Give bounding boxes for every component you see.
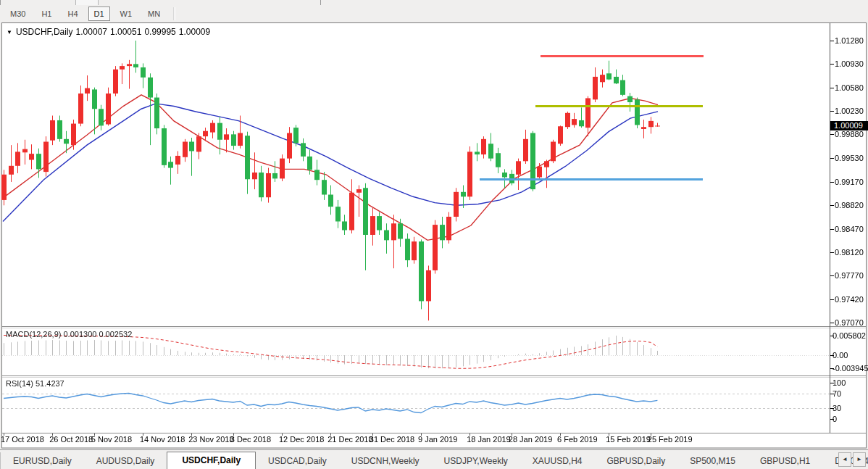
- date-axis-tick: 9 Jan 2019: [418, 435, 457, 444]
- chart-tab-gbpusd[interactable]: GBPUSD,H1: [748, 453, 822, 469]
- macd-axis-tick: 0.00: [832, 351, 848, 360]
- ohlc-open: 1.00007: [76, 27, 107, 37]
- toolbar-separator: [173, 7, 175, 20]
- timeframe-button-h1[interactable]: H1: [36, 7, 57, 21]
- macd-signal-value: 0.002532: [99, 330, 132, 339]
- chart-tab-gbpusd[interactable]: GBPUSD,Daily: [595, 453, 678, 469]
- price-axis-tick: 1.00580: [835, 83, 864, 92]
- price-axis-tick: 0.99880: [835, 130, 864, 138]
- rsi-indicator-label: RSI(14) 51.4237: [6, 379, 64, 388]
- chart-tab-eurusd[interactable]: EURUSD,Daily: [1, 453, 84, 469]
- chart-tab-usdcad[interactable]: USDCAD,Daily: [256, 453, 339, 469]
- rsi-axis-tick: 70: [832, 389, 841, 398]
- date-axis-tick: 6 Feb 2019: [557, 435, 598, 444]
- rsi-axis-tick: 30: [832, 404, 841, 412]
- date-axis-tick: 14 Nov 2018: [140, 435, 185, 444]
- chart-tab-usdcnh[interactable]: USDCNH,Weekly: [339, 453, 432, 469]
- timeframe-toolbar: M30H1H4D1W1MN: [0, 5, 868, 22]
- price-axis-tick: 1.00230: [835, 107, 864, 115]
- chart-tab-usdchf[interactable]: USDCHF,Daily: [167, 452, 256, 469]
- macd-axis-tick: -0.003945: [832, 364, 868, 373]
- price-axis-tick: 1.00930: [835, 59, 864, 68]
- price-axis-tick: 0.99170: [835, 178, 864, 186]
- macd-main-value: 0.001300: [63, 330, 96, 339]
- current-price-box: 1.00009: [830, 121, 868, 130]
- chart-title: ▼USDCHF,Daily1.000071.000510.999951.0000…: [7, 27, 213, 37]
- chart-tab-sp500[interactable]: SP500,M15: [677, 453, 748, 469]
- price-axis-tick: 0.98120: [835, 248, 864, 257]
- date-axis-tick: 3 Dec 2018: [230, 435, 271, 444]
- date-axis-tick: 12 Dec 2018: [279, 435, 324, 444]
- timeframe-button-mn[interactable]: MN: [142, 7, 166, 21]
- timeframe-button-d1[interactable]: D1: [88, 7, 110, 21]
- macd-indicator-label: MACD(12,26,9) 0.001300 0.002532: [6, 330, 132, 339]
- price-axis-tick: 0.97070: [835, 318, 864, 327]
- timeframe-button-m30[interactable]: M30: [4, 7, 31, 21]
- window-top-strip: [0, 0, 868, 5]
- price-axis-tick: 0.99530: [835, 154, 864, 162]
- price-chart-canvas[interactable]: [0, 0, 868, 469]
- rsi-axis-tick: 0: [832, 415, 837, 423]
- ohlc-low: 0.99995: [144, 27, 175, 37]
- rsi-value: 51.4237: [36, 379, 64, 388]
- date-axis-tick: 18 Jan 2019: [467, 435, 511, 444]
- date-axis-tick: 28 Jan 2019: [509, 435, 553, 444]
- timeframe-button-w1[interactable]: W1: [114, 7, 138, 21]
- macd-axis-tick: 0.005802: [832, 331, 866, 340]
- chart-tab-xauusd[interactable]: XAUUSD,H4: [520, 453, 595, 469]
- date-axis-tick: 26 Oct 2018: [49, 435, 93, 444]
- date-axis-tick: 21 Dec 2018: [327, 435, 372, 444]
- price-axis-tick: 0.98820: [835, 201, 864, 209]
- price-axis-tick: 1.01280: [835, 36, 864, 45]
- date-axis-tick: 31 Dec 2018: [370, 435, 414, 444]
- price-axis-tick: 0.98470: [835, 225, 864, 233]
- date-axis-tick: 23 Nov 2018: [188, 435, 233, 444]
- date-axis-tick: 17 Oct 2018: [1, 435, 44, 444]
- date-axis-tick: 25 Feb 2019: [648, 435, 693, 444]
- ohlc-high: 1.00051: [110, 27, 141, 37]
- symbol-dropdown-icon[interactable]: ▼: [7, 29, 12, 36]
- rsi-name: RSI(14): [6, 379, 33, 388]
- price-axis-tick: 0.97770: [835, 271, 864, 280]
- price-axis-tick: 0.97420: [835, 295, 864, 304]
- chart-symbol-period: USDCHF,Daily: [16, 27, 73, 37]
- timeframe-button-h4[interactable]: H4: [62, 7, 83, 21]
- chart-tab-usdjpy[interactable]: USDJPY,Weekly: [432, 453, 520, 469]
- tab-scroll-left-icon[interactable]: ◄: [838, 452, 851, 467]
- rsi-axis-tick: 100: [832, 378, 846, 387]
- tab-scroll-right-icon[interactable]: ►: [853, 452, 866, 467]
- chart-tabs-bar: EURUSD,DailyAUDUSD,DailyUSDCHF,DailyUSDC…: [0, 449, 868, 469]
- date-axis-tick: 5 Nov 2018: [91, 435, 132, 444]
- chart-tab-audusd[interactable]: AUDUSD,Daily: [84, 453, 167, 469]
- tab-scroll-buttons: ◄ ►: [838, 452, 866, 467]
- ohlc-close: 1.00009: [179, 27, 210, 37]
- date-axis-tick: 15 Feb 2019: [606, 435, 651, 444]
- macd-name: MACD(12,26,9): [6, 330, 61, 339]
